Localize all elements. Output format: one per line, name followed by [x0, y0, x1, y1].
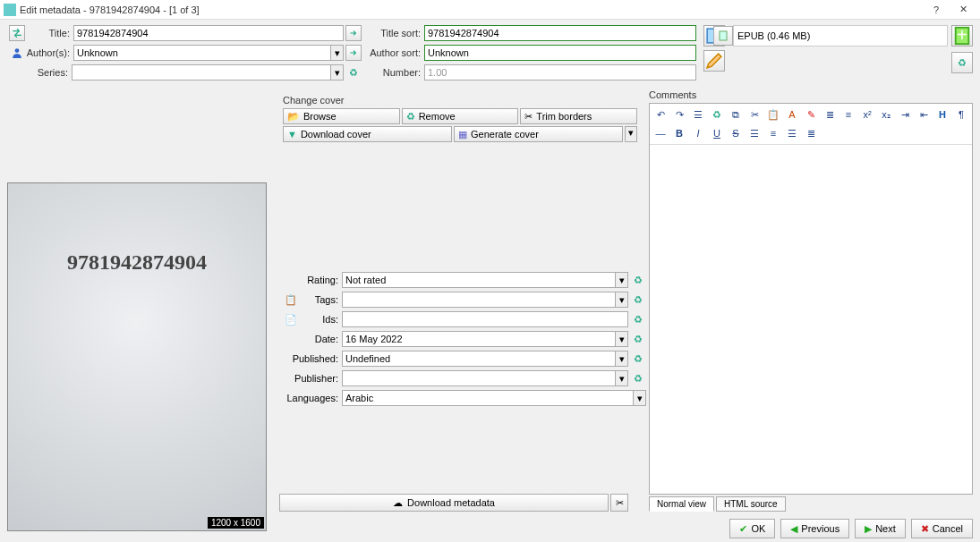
publisher-input[interactable] [342, 370, 616, 386]
app-icon [4, 4, 16, 16]
comments-editor[interactable]: ↶ ↷ ☰ ♻ ⧉ ✂ 📋 A ✎ ≣ ≡ x² x₂ ⇥ ⇤ H ¶ — B … [649, 103, 973, 495]
sub-icon[interactable]: x₂ [878, 106, 894, 123]
close-button[interactable]: ✕ [950, 4, 976, 15]
series-label: Series: [23, 67, 68, 78]
ids-input[interactable] [342, 311, 628, 327]
authors-label: Author(s): [25, 47, 70, 58]
languages-label: Languages: [283, 393, 338, 403]
sup-icon[interactable]: x² [859, 106, 875, 123]
tags-input[interactable] [342, 292, 616, 308]
tags-dd[interactable]: ▾ [616, 292, 628, 308]
publisher-dd[interactable]: ▾ [616, 370, 628, 386]
change-cover-label: Change cover [283, 95, 637, 106]
published-input[interactable] [342, 351, 616, 367]
cancel-button[interactable]: ✖Cancel [911, 519, 973, 538]
authorsort-label: Author sort: [369, 47, 421, 58]
download-metadata-config[interactable]: ✂ [610, 494, 628, 512]
author-to-sort-icon[interactable] [345, 45, 362, 61]
window-title: Edit metadata - 9781942874904 - [1 of 3] [20, 4, 923, 15]
series-input[interactable] [72, 64, 331, 80]
tags-edit-icon[interactable]: 📋 [283, 292, 299, 308]
bold-icon[interactable]: B [671, 125, 687, 141]
series-clear-icon[interactable]: ♻ [345, 64, 362, 80]
hr-icon[interactable]: — [652, 125, 669, 141]
trim-button[interactable]: ✂Trim borders [520, 108, 637, 124]
rating-input[interactable] [342, 272, 616, 288]
rating-dd[interactable]: ▾ [616, 272, 628, 288]
tab-normal-view[interactable]: Normal view [649, 496, 714, 512]
title-to-sort-icon[interactable] [345, 25, 362, 41]
tab-html-source[interactable]: HTML source [716, 496, 786, 512]
titlesort-label: Title sort: [369, 28, 421, 38]
date-dd[interactable]: ▾ [616, 331, 628, 347]
published-clear[interactable]: ♻ [630, 351, 646, 367]
format-label[interactable]: EPUB (0.46 MB) [733, 25, 948, 47]
generate-dropdown[interactable]: ▾ [625, 126, 637, 142]
languages-input[interactable] [342, 390, 634, 406]
ok-button[interactable]: ✔OK [729, 519, 775, 538]
browse-button[interactable]: 📂Browse [283, 108, 400, 124]
authors-input[interactable] [73, 45, 331, 61]
undo-icon[interactable]: ↶ [652, 106, 669, 123]
redo-icon[interactable]: ↷ [671, 106, 687, 123]
authors-dropdown[interactable]: ▾ [331, 45, 344, 61]
generate-cover-button[interactable]: ▦Generate cover [454, 126, 623, 142]
outdent-icon[interactable]: ⇤ [916, 106, 932, 123]
title-input[interactable] [73, 25, 344, 41]
svg-point-0 [15, 48, 20, 53]
strike-icon[interactable]: S [728, 125, 744, 141]
previous-button[interactable]: ◀Previous [780, 519, 849, 538]
date-clear[interactable]: ♻ [630, 331, 646, 347]
download-metadata-button[interactable]: ☁Download metadata [279, 494, 609, 512]
remove-format-icon[interactable]: ♻ [709, 106, 725, 123]
align-center-icon[interactable]: ≡ [765, 125, 781, 141]
date-input[interactable] [342, 331, 616, 347]
format-dd-icon[interactable]: ¶ [953, 106, 969, 123]
copy-icon[interactable]: ⧉ [728, 106, 744, 123]
paste-icon[interactable]: 📋 [765, 106, 781, 123]
bg-color-icon[interactable]: A [784, 106, 800, 123]
cover-image[interactable]: 9781942874904 1200 x 1600 [7, 182, 267, 531]
comments-textarea[interactable] [650, 145, 972, 494]
align-left-icon[interactable]: ☰ [746, 125, 763, 141]
next-button[interactable]: ▶Next [855, 519, 906, 538]
ol-icon[interactable]: ≡ [840, 106, 856, 123]
authorsort-input[interactable] [424, 45, 696, 61]
ids-clear[interactable]: ♻ [630, 311, 646, 327]
person-icon [9, 45, 25, 61]
indent-icon[interactable]: ⇥ [897, 106, 913, 123]
add-format-button[interactable]: + [951, 25, 973, 47]
number-input[interactable] [424, 64, 696, 80]
remove-button[interactable]: ♻Remove [402, 108, 519, 124]
rating-label: Rating: [283, 275, 338, 285]
select-all-icon[interactable]: ☰ [690, 106, 706, 123]
publisher-clear[interactable]: ♻ [630, 370, 646, 386]
tags-clear[interactable]: ♻ [630, 292, 646, 308]
languages-dd[interactable]: ▾ [634, 390, 646, 406]
date-label: Date: [283, 334, 338, 344]
format-icon[interactable] [713, 26, 733, 46]
number-label: Number: [369, 67, 421, 78]
edit-metadata-icon[interactable] [703, 50, 725, 72]
heading-icon[interactable]: H [934, 106, 950, 123]
published-label: Published: [283, 353, 338, 364]
swap-title-icon[interactable] [9, 25, 25, 41]
titlesort-input[interactable] [424, 25, 696, 41]
download-cover-button[interactable]: ▼Download cover [283, 126, 452, 142]
published-dd[interactable]: ▾ [616, 351, 628, 367]
recycle-format-button[interactable]: ♻ [951, 52, 973, 73]
svg-text:+: + [957, 26, 967, 45]
help-button[interactable]: ? [923, 4, 950, 15]
svg-rect-2 [720, 31, 727, 40]
fg-color-icon[interactable]: ✎ [803, 106, 819, 123]
ul-icon[interactable]: ≣ [822, 106, 838, 123]
italic-icon[interactable]: I [690, 125, 706, 141]
editor-toolbar: ↶ ↷ ☰ ♻ ⧉ ✂ 📋 A ✎ ≣ ≡ x² x₂ ⇥ ⇤ H ¶ — B … [650, 104, 972, 145]
align-right-icon[interactable]: ☰ [784, 125, 800, 141]
underline-icon[interactable]: U [709, 125, 725, 141]
rating-clear[interactable]: ♻ [630, 272, 646, 288]
cut-icon[interactable]: ✂ [746, 106, 763, 123]
ids-paste-icon[interactable]: 📄 [283, 311, 299, 327]
align-justify-icon[interactable]: ≣ [803, 125, 819, 141]
series-dropdown[interactable]: ▾ [331, 64, 344, 80]
